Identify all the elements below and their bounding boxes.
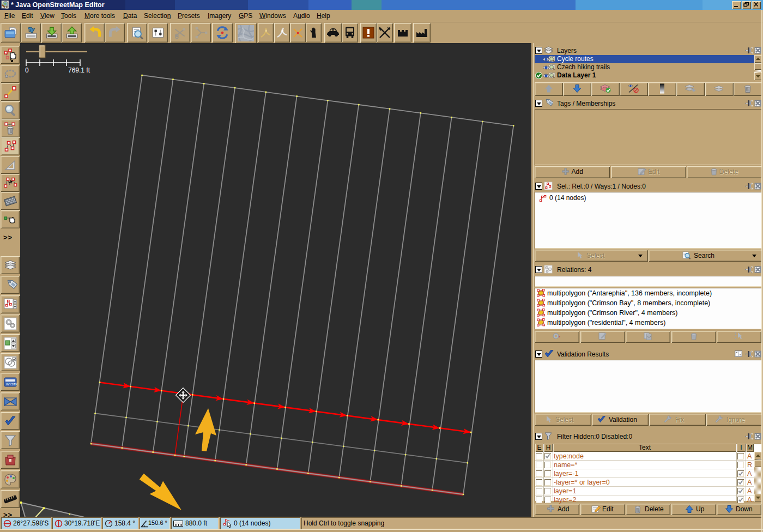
svg-text:WYSTKRT: WYSTKRT	[6, 383, 17, 386]
svg-text:0: 0	[25, 66, 29, 74]
svg-text:769.1 ft: 769.1 ft	[68, 66, 90, 74]
